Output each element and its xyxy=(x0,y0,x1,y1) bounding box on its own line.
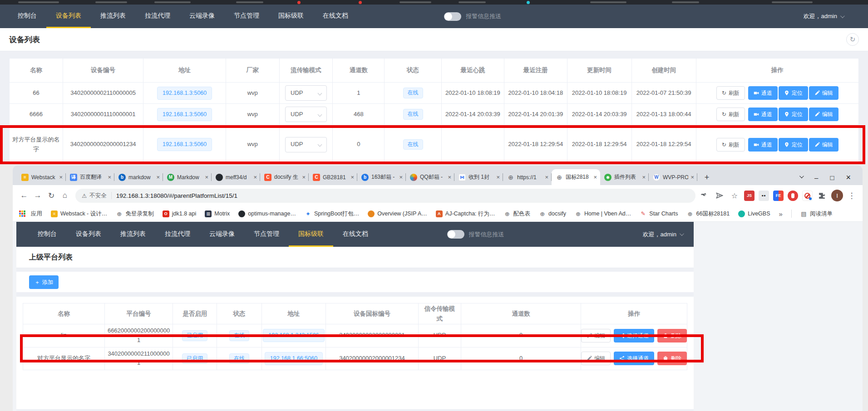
bookmark-item[interactable]: ⊕免登录复制 xyxy=(116,210,154,218)
close-window-button[interactable]: × xyxy=(846,173,851,181)
edit-platform-button[interactable]: 编辑 xyxy=(581,352,611,365)
bookmark-item[interactable]: ✦SpringBoot打包… xyxy=(305,210,359,218)
edit-device-button[interactable]: 编辑 xyxy=(809,108,838,121)
locate-button[interactable]: 定位 xyxy=(779,108,808,121)
close-tab-icon[interactable]: × xyxy=(205,174,208,181)
bookmark-item[interactable]: ⊕66国标28181 xyxy=(687,210,730,218)
close-tab-icon[interactable]: × xyxy=(156,174,160,181)
browser-tab[interactable]: ☻插件列表× xyxy=(600,169,649,185)
add-platform-button[interactable]: ＋添加 xyxy=(29,275,59,289)
delete-platform-button[interactable]: 删除 xyxy=(657,329,687,342)
edit-device-button[interactable]: 编辑 xyxy=(809,138,838,152)
browser-tab[interactable]: meff34/d× xyxy=(212,169,260,185)
close-tab-icon[interactable]: × xyxy=(108,174,111,181)
nav-tab-devices[interactable]: 设备列表 xyxy=(66,222,111,247)
nav-tab-gb-cascade[interactable]: 国标级联 xyxy=(269,5,313,28)
reading-list-button[interactable]: ▤阅读清单 xyxy=(800,210,833,218)
close-tab-icon[interactable]: × xyxy=(253,174,257,181)
nav-tab-gb-cascade[interactable]: 国标级联 xyxy=(289,222,333,247)
tab-search-chevron-icon[interactable] xyxy=(799,174,804,178)
edit-device-button[interactable]: 编辑 xyxy=(809,86,838,100)
stream-mode-select[interactable]: UDP xyxy=(285,107,327,122)
user-agent-extension-icon[interactable]: •• xyxy=(759,191,769,201)
browser-tab[interactable]: ⊕https://1× xyxy=(503,169,552,185)
security-chip[interactable]: ⚠不安全 xyxy=(82,192,107,200)
nav-tab-push-list[interactable]: 推流列表 xyxy=(111,222,155,247)
browser-tab[interactable]: WWVP-PRO× xyxy=(649,169,697,185)
profile-avatar[interactable]: I xyxy=(831,190,843,201)
user-menu[interactable]: 欢迎，admin xyxy=(804,12,843,20)
close-tab-icon[interactable]: × xyxy=(350,174,354,181)
refresh-page-button[interactable]: ↻ xyxy=(846,33,859,46)
close-tab-icon[interactable]: × xyxy=(302,174,306,181)
browser-tab[interactable]: Cdocsify 生× xyxy=(260,169,309,185)
edit-platform-button[interactable]: 编辑 xyxy=(581,329,611,342)
new-tab-button[interactable]: + xyxy=(701,171,713,183)
bookmark-item[interactable]: AAJ-Captcha: 行为… xyxy=(436,210,495,218)
nav-tab-cloud-record[interactable]: 云端录像 xyxy=(180,5,224,28)
nav-tab-devices[interactable]: 设备列表 xyxy=(46,5,91,28)
close-tab-icon[interactable]: × xyxy=(545,174,548,181)
browser-tab[interactable]: bmarkdow× xyxy=(114,169,163,185)
bookmark-item[interactable]: optimus-manage… xyxy=(238,210,296,217)
js-extension-icon[interactable]: JS xyxy=(744,191,755,201)
alarm-push-toggle[interactable] xyxy=(447,230,464,239)
locate-button[interactable]: 定位 xyxy=(779,86,808,100)
stream-mode-select[interactable]: UDP xyxy=(285,137,327,152)
nav-tab-pull-proxy[interactable]: 拉流代理 xyxy=(135,5,180,28)
close-tab-icon[interactable]: × xyxy=(399,174,403,181)
nav-tab-push-list[interactable]: 推流列表 xyxy=(91,5,135,28)
channels-button[interactable]: 通道 xyxy=(748,86,778,100)
refresh-device-button[interactable]: ↻刷新 xyxy=(716,138,745,152)
nav-tab-node-manage[interactable]: 节点管理 xyxy=(244,222,289,247)
channels-button[interactable]: 通道 xyxy=(748,108,778,121)
stream-mode-select[interactable]: UDP xyxy=(285,85,327,101)
delete-platform-button[interactable]: 删除 xyxy=(657,352,687,365)
key-icon[interactable] xyxy=(699,189,710,202)
close-tab-icon[interactable]: × xyxy=(642,174,646,181)
browser-tab[interactable]: MMarkdow× xyxy=(163,169,212,185)
browser-tab[interactable]: QQ邮箱 -× xyxy=(406,169,454,185)
alarm-push-toggle[interactable] xyxy=(444,12,461,21)
nav-tab-cloud-record[interactable]: 云端录像 xyxy=(200,222,244,247)
home-button[interactable]: ⌂ xyxy=(58,189,72,202)
minimize-button[interactable]: – xyxy=(814,174,818,181)
choose-channels-button[interactable]: 选择通道 xyxy=(614,329,654,342)
send-icon[interactable] xyxy=(714,189,725,202)
close-tab-icon[interactable]: × xyxy=(496,174,500,181)
browser-tab[interactable]: ⋈收到 1封× xyxy=(454,169,503,185)
locate-button[interactable]: 定位 xyxy=(779,138,808,152)
browser-tab-active[interactable]: ⊕国标2818× xyxy=(552,169,600,185)
refresh-device-button[interactable]: ↻刷新 xyxy=(716,86,745,100)
close-tab-icon[interactable]: × xyxy=(448,174,451,181)
bookmarks-overflow-icon[interactable]: » xyxy=(779,210,783,218)
close-tab-icon[interactable]: × xyxy=(593,174,597,181)
nav-tab-pull-proxy[interactable]: 拉流代理 xyxy=(155,222,200,247)
browser-tab[interactable]: CGB28181× xyxy=(309,169,357,185)
bookmark-item[interactable]: ⊕docsify xyxy=(539,210,566,217)
reload-button[interactable]: ↻ xyxy=(44,189,58,202)
browser-menu-icon[interactable]: ⋮ xyxy=(847,189,856,202)
bookmark-item[interactable]: Overview (JSIP A… xyxy=(368,210,427,217)
channels-button[interactable]: 通道 xyxy=(748,138,778,152)
forward-button[interactable]: → xyxy=(31,189,44,202)
nav-tab-console[interactable]: 控制台 xyxy=(8,5,46,28)
bookmark-item[interactable]: ⊕配色表 xyxy=(504,210,531,218)
browser-tab[interactable]: ≡Webstack× xyxy=(17,169,66,185)
back-button[interactable]: ← xyxy=(17,189,31,202)
fe-helper-extension-icon[interactable]: FE xyxy=(773,191,784,201)
maximize-button[interactable]: □ xyxy=(830,174,834,181)
bookmark-item[interactable]: ⊕Home | Vben Ad… xyxy=(575,210,631,217)
refresh-device-button[interactable]: ↻刷新 xyxy=(716,108,745,121)
close-tab-icon[interactable]: × xyxy=(59,174,63,181)
bookmark-item[interactable]: LiveGBS xyxy=(738,210,770,217)
adblock-hand-extension-icon[interactable] xyxy=(788,191,798,201)
nav-tab-online-docs[interactable]: 在线文档 xyxy=(313,5,358,28)
apps-shortcut[interactable]: 应用 xyxy=(19,210,42,218)
extensions-puzzle-icon[interactable] xyxy=(817,191,827,201)
browser-tab[interactable]: 译百度翻译× xyxy=(66,169,114,185)
nav-tab-console[interactable]: 控制台 xyxy=(28,222,66,247)
url-field[interactable]: ⚠不安全 192.168.1.3:18080/#/parentPlatformL… xyxy=(75,189,695,203)
bookmark-item[interactable]: Ojdk1.8 api xyxy=(163,210,197,217)
bookmark-item[interactable]: ≡Webstack - 设计… xyxy=(51,210,107,218)
